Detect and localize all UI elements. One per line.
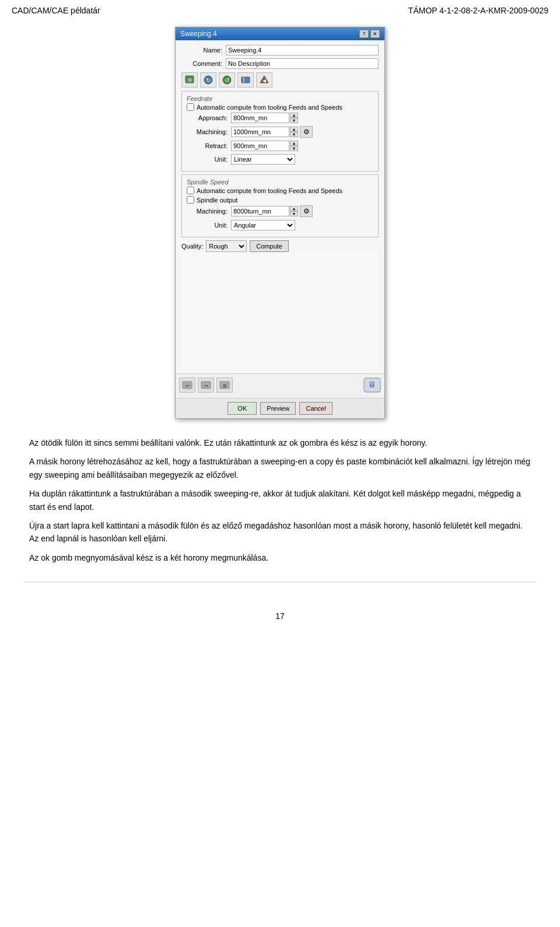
- paragraph-1: Az ötödik fülön itt sincs semmi beállíta…: [29, 436, 531, 449]
- spindle-machining-label: Machining:: [187, 208, 228, 215]
- bottom-icon-1[interactable]: ↩: [179, 377, 195, 393]
- svg-text:⚙: ⚙: [188, 78, 192, 83]
- toolbar-icon-1[interactable]: ⚙: [181, 72, 198, 88]
- comment-label: Comment:: [181, 60, 222, 67]
- approach-label: Approach:: [187, 114, 228, 121]
- approach-spinner-down[interactable]: ▼: [290, 118, 298, 123]
- name-label: Name:: [181, 47, 222, 54]
- retract-label: Retract:: [187, 142, 228, 149]
- machining-spinner-down[interactable]: ▼: [290, 132, 298, 137]
- name-row: Name:: [181, 45, 379, 55]
- spindle-section: Spindle Speed Automatic compute from too…: [181, 174, 379, 237]
- ok-button[interactable]: OK: [228, 402, 257, 415]
- feedrate-unit-select[interactable]: Linear Angular Per Revolution: [231, 154, 295, 165]
- spindle-machining-row: Machining: ▲ ▼ ⚙: [187, 205, 373, 217]
- help-button[interactable]: ?: [359, 30, 369, 38]
- svg-text:🖥: 🖥: [368, 380, 376, 389]
- compute-button[interactable]: Compute: [250, 240, 289, 252]
- toolbar-icon-5[interactable]: ◀: [256, 72, 272, 88]
- spindle-auto-label: Automatic compute from tooling Feeds and…: [197, 187, 342, 194]
- toolbar-icon-3[interactable]: ↺: [219, 72, 235, 88]
- spindle-output-label: Spindle output: [197, 197, 237, 204]
- paragraph-2: A másik horony létrehozásához az kell, h…: [29, 455, 531, 481]
- comment-row: Comment:: [181, 58, 379, 69]
- feedrate-unit-row: Unit: Linear Angular Per Revolution: [187, 154, 373, 165]
- feedrate-auto-checkbox[interactable]: [187, 103, 194, 111]
- svg-text:◀: ◀: [262, 78, 267, 83]
- spindle-output-row: Spindle output: [187, 196, 373, 204]
- spindle-auto-checkbox[interactable]: [187, 187, 194, 194]
- spindle-machining-spinner-down[interactable]: ▼: [290, 211, 298, 216]
- approach-row: Approach: ▲ ▼: [187, 113, 373, 123]
- spindle-title: Spindle Speed: [187, 179, 373, 186]
- svg-text:↪: ↪: [204, 383, 208, 389]
- feedrate-auto-row: Automatic compute from tooling Feeds and…: [187, 103, 373, 111]
- text-content: Az ötödik fülön itt sincs semmi beállíta…: [29, 436, 531, 570]
- close-button[interactable]: ✕: [370, 30, 380, 38]
- machining-input[interactable]: [231, 127, 289, 137]
- quality-label: Quality:: [181, 243, 203, 250]
- approach-spinner-up[interactable]: ▲: [290, 113, 298, 118]
- approach-input[interactable]: [231, 113, 289, 123]
- spindle-auto-row: Automatic compute from tooling Feeds and…: [187, 187, 373, 194]
- machining-row: Machining: ▲ ▼ ⚙: [187, 126, 373, 138]
- dialog-body: Name: Comment: ⚙ ↻: [176, 40, 384, 373]
- bottom-toolbar: ↩ ↪ ⊞ 🖥: [176, 373, 384, 398]
- toolbar-icon-2[interactable]: ↻: [200, 72, 216, 88]
- dialog-title: Sweeping.4: [180, 30, 217, 38]
- spindle-output-checkbox[interactable]: [187, 196, 194, 204]
- paragraph-4: Újra a start lapra kell kattintani a más…: [29, 519, 531, 545]
- svg-text:⊞: ⊞: [223, 383, 227, 389]
- retract-spinner-down[interactable]: ▼: [290, 146, 298, 151]
- quality-select[interactable]: Rough Finish: [206, 240, 247, 252]
- paragraph-5: Az ok gomb megnyomásával kész is a két h…: [29, 551, 531, 564]
- bottom-icon-2[interactable]: ↪: [198, 377, 214, 393]
- dialog-empty-area: [181, 252, 379, 369]
- svg-text:↩: ↩: [186, 383, 190, 389]
- feedrate-auto-label: Automatic compute from tooling Feeds and…: [197, 104, 342, 111]
- retract-input[interactable]: [231, 141, 289, 151]
- machining-label: Machining:: [187, 128, 228, 135]
- svg-text:↻: ↻: [206, 77, 211, 83]
- svg-rect-6: [242, 77, 250, 83]
- name-input[interactable]: [226, 45, 379, 55]
- feedrate-section: Feedrate Automatic compute from tooling …: [181, 91, 379, 172]
- sweeping-dialog: Sweeping.4 ? ✕ Name: Comment:: [175, 27, 385, 419]
- toolbar-icon-4[interactable]: [237, 72, 254, 88]
- feedrate-title: Feedrate: [187, 95, 373, 102]
- machining-settings-icon[interactable]: ⚙: [300, 126, 313, 138]
- retract-spinner-up[interactable]: ▲: [290, 141, 298, 146]
- bottom-icon-3[interactable]: ⊞: [216, 377, 233, 393]
- spindle-unit-select[interactable]: Angular Linear: [231, 220, 295, 230]
- spindle-unit-row: Unit: Angular Linear: [187, 220, 373, 230]
- spindle-machining-settings-icon[interactable]: ⚙: [300, 205, 313, 217]
- header-right-title: TÁMOP 4-1-2-08-2-A-KMR-2009-0029: [408, 6, 548, 15]
- retract-row: Retract: ▲ ▼: [187, 141, 373, 151]
- svg-text:↺: ↺: [225, 77, 229, 83]
- dialog-footer: OK Preview Cancel: [176, 398, 384, 418]
- spindle-machining-spinner-up[interactable]: ▲: [290, 206, 298, 211]
- dialog-titlebar: Sweeping.4 ? ✕: [176, 27, 384, 40]
- quality-row: Quality: Rough Finish Compute: [181, 240, 379, 252]
- page-divider: [23, 582, 537, 582]
- spindle-unit-label: Unit:: [187, 222, 228, 229]
- preview-button[interactable]: Preview: [260, 402, 296, 415]
- toolbar-row: ⚙ ↻ ↺: [181, 72, 379, 88]
- page-number: 17: [275, 611, 285, 621]
- spindle-machining-input[interactable]: [231, 206, 289, 216]
- feedrate-unit-label: Unit:: [187, 156, 228, 163]
- header-left-title: CAD/CAM/CAE példatár: [12, 6, 100, 15]
- paragraph-3: Ha duplán rákattintunk a fastruktúrában …: [29, 487, 531, 513]
- cancel-button[interactable]: Cancel: [299, 402, 332, 415]
- comment-input[interactable]: [226, 58, 379, 69]
- machining-spinner-up[interactable]: ▲: [290, 127, 298, 132]
